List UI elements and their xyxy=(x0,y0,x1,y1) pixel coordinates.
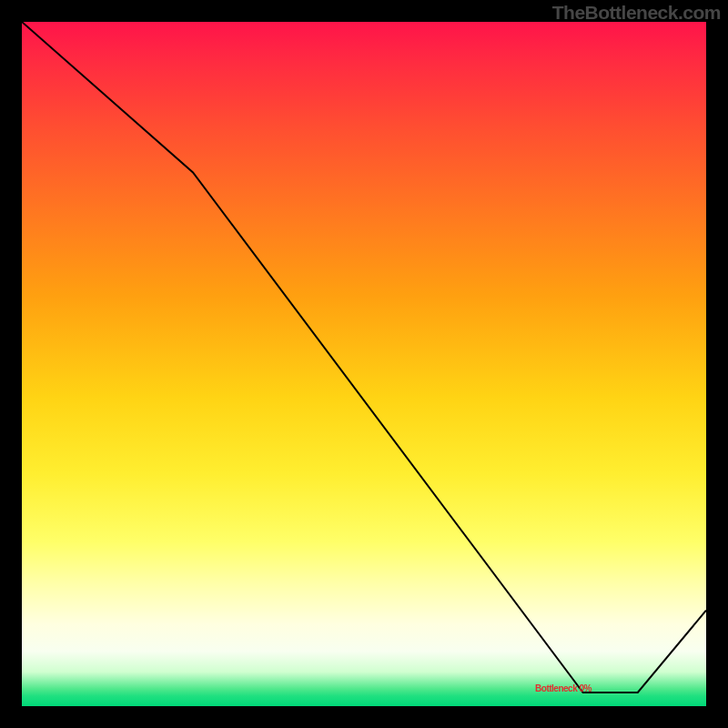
chart-container: TheBottleneck.com Bottleneck 0% xyxy=(0,0,728,728)
plot-area: Bottleneck 0% xyxy=(22,22,706,706)
bottleneck-curve-line xyxy=(22,22,706,693)
attribution-text: TheBottleneck.com xyxy=(552,2,721,24)
line-overlay xyxy=(22,22,706,706)
annotation-bottleneck-0: Bottleneck 0% xyxy=(535,683,592,693)
